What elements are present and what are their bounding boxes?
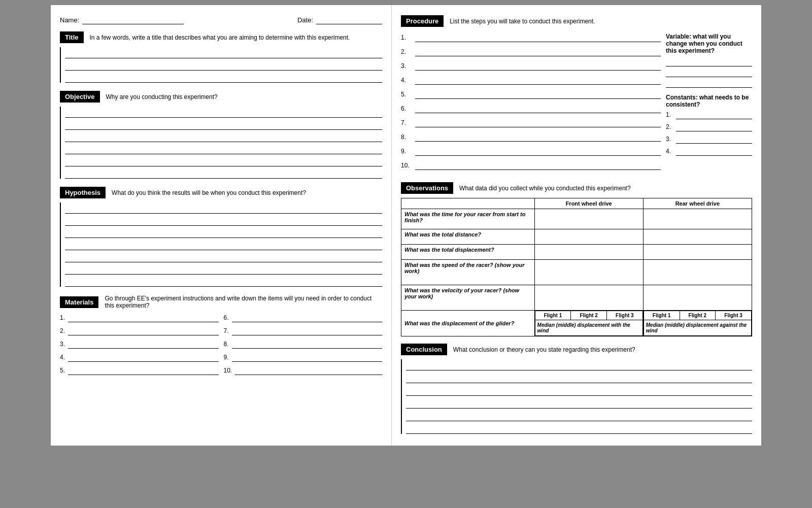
front-flight-subcols: Flight 1 Flight 2 Flight 3 Median (middl…: [534, 311, 643, 336]
step-line-2[interactable]: [415, 47, 661, 56]
conc-line-1[interactable]: [406, 359, 752, 370]
step-line-6[interactable]: [415, 104, 661, 113]
step-line-5[interactable]: [415, 90, 661, 99]
mat-line-10[interactable]: [235, 366, 382, 375]
step-line-3[interactable]: [415, 61, 661, 71]
q-velocity: What was the velocity of your racer? (sh…: [401, 285, 535, 311]
hyp-line-4[interactable]: [65, 239, 382, 250]
hyp-line-7[interactable]: [65, 276, 382, 287]
conc-line-4[interactable]: [406, 397, 752, 409]
conclusion-header: Conclusion What conclusion or theory can…: [401, 344, 752, 355]
rear-flight1-header: Flight 1: [644, 311, 680, 320]
step-9: 9.: [401, 147, 661, 156]
hypothesis-instruction: What do you think the results will be wh…: [112, 189, 382, 196]
mat-num-7: 7.: [224, 327, 229, 334]
obj-line-5[interactable]: [65, 155, 382, 166]
hyp-line-5[interactable]: [65, 251, 382, 262]
objective-writing-area: [60, 107, 382, 179]
ans-front-displacement[interactable]: [534, 245, 643, 260]
variable-title: Variable: what will you change when you …: [666, 33, 752, 54]
median-front-cell[interactable]: Median (middle) displacement with the wi…: [535, 320, 642, 336]
materials-section-header: Materials Go through EE's experiment ins…: [60, 295, 382, 309]
conclusion-label: Conclusion: [401, 344, 447, 355]
rear-flight3-header: Flight 3: [716, 311, 752, 320]
mat-line-4[interactable]: [68, 353, 218, 362]
ans-rear-displacement[interactable]: [643, 245, 752, 260]
title-line-2[interactable]: [65, 59, 382, 71]
const-line-2[interactable]: [676, 122, 752, 131]
ans-front-distance[interactable]: [534, 229, 643, 245]
mat-line-2[interactable]: [68, 326, 218, 335]
observations-table: Front wheel drive Rear wheel drive What …: [401, 198, 752, 336]
hyp-line-1[interactable]: [65, 202, 382, 214]
step-line-9[interactable]: [415, 147, 661, 156]
step-num-6: 6.: [401, 105, 412, 112]
ans-rear-time[interactable]: [643, 209, 752, 229]
name-label: Name:: [60, 16, 79, 24]
step-line-4[interactable]: [415, 76, 661, 85]
table-row-displacement: What was the total displacement?: [401, 245, 752, 260]
conclusion-writing-area: [401, 359, 752, 434]
var-line-1[interactable]: [666, 57, 752, 66]
title-line-1[interactable]: [65, 47, 382, 58]
obj-line-2[interactable]: [65, 119, 382, 130]
procedure-header: Procedure List the steps you will take t…: [401, 15, 752, 27]
mat-line-1[interactable]: [68, 313, 218, 322]
procedure-variables: Variable: what will you change when you …: [666, 33, 752, 175]
conc-line-3[interactable]: [406, 385, 752, 396]
mat-line-9[interactable]: [232, 353, 382, 362]
page-container: Name: Date: Title In a few words, write …: [51, 5, 761, 446]
hyp-line-6[interactable]: [65, 263, 382, 275]
step-num-9: 9.: [401, 148, 412, 155]
var-line-2[interactable]: [666, 68, 752, 77]
mat-line-8[interactable]: [232, 340, 382, 349]
obj-line-3[interactable]: [65, 131, 382, 142]
var-line-3[interactable]: [666, 79, 752, 88]
mat-line-7[interactable]: [232, 326, 382, 335]
step-num-10: 10.: [401, 162, 412, 169]
step-7: 7.: [401, 118, 661, 127]
median-rear-cell[interactable]: Median (middle) displacement against the…: [644, 320, 751, 336]
objective-instruction: Why are you conducting this experiment?: [106, 93, 382, 100]
name-input-line[interactable]: [82, 15, 184, 24]
const-line-3[interactable]: [676, 134, 752, 144]
date-input-line[interactable]: [316, 15, 382, 24]
obj-line-4[interactable]: [65, 143, 382, 154]
mat-line-6[interactable]: [232, 313, 382, 322]
hyp-line-3[interactable]: [65, 227, 382, 238]
mat-item-8: 8.: [224, 340, 383, 349]
obj-line-6[interactable]: [65, 167, 382, 179]
hypothesis-section-header: Hypothesis What do you think the results…: [60, 187, 382, 198]
step-line-7[interactable]: [415, 118, 661, 127]
table-row-velocity: What was the velocity of your racer? (sh…: [401, 285, 752, 311]
mat-line-5[interactable]: [68, 366, 218, 375]
ans-front-time[interactable]: [534, 209, 643, 229]
mat-item-3: 3.: [60, 340, 219, 349]
mat-line-3[interactable]: [68, 340, 218, 349]
title-line-3[interactable]: [65, 72, 382, 83]
title-writing-area: [60, 47, 382, 83]
ans-rear-speed[interactable]: [643, 260, 752, 285]
ans-front-speed[interactable]: [534, 260, 643, 285]
step-num-4: 4.: [401, 77, 412, 84]
ans-front-velocity[interactable]: [534, 285, 643, 311]
const-num-4: 4.: [666, 148, 674, 155]
const-line-1[interactable]: [676, 110, 752, 119]
table-row-speed: What was the speed of the racer? (show y…: [401, 260, 752, 285]
conc-line-6[interactable]: [406, 423, 752, 434]
step-line-1[interactable]: [415, 33, 661, 42]
conc-line-2[interactable]: [406, 372, 752, 383]
ans-rear-distance[interactable]: [643, 229, 752, 245]
mat-num-5: 5.: [60, 367, 65, 374]
obj-line-1[interactable]: [65, 107, 382, 118]
const-line-4[interactable]: [676, 147, 752, 156]
ans-rear-velocity[interactable]: [643, 285, 752, 311]
conc-line-5[interactable]: [406, 410, 752, 421]
step-line-10[interactable]: [415, 161, 661, 170]
step-line-8[interactable]: [415, 132, 661, 142]
hyp-line-2[interactable]: [65, 215, 382, 226]
const-num-2: 2.: [666, 123, 674, 130]
mat-num-3: 3.: [60, 341, 65, 348]
materials-instruction: Go through EE's experiment instructions …: [105, 295, 382, 309]
variable-lines: [666, 57, 752, 88]
